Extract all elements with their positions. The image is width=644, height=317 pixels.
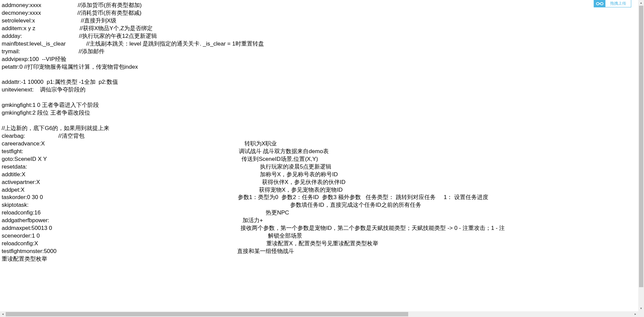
text-line [2, 117, 642, 125]
text-line [2, 71, 642, 78]
hscroll-track[interactable] [6, 311, 633, 317]
text-line: skiptotask: 参数填任务ID，直接完成这个任务ID之前的所有任 [2, 201, 642, 209]
text-line [2, 94, 642, 102]
text-line: additem:x y z //获得X物品Y个,Z为是否绑定 [2, 25, 642, 33]
text-line: //上边新的，底下G6的，如果用到就提上来 [2, 125, 642, 132]
upload-widget[interactable]: 拖拽上传 [594, 0, 631, 7]
text-line: unitevienext: 调仙宗争夺阶段的 [2, 86, 642, 94]
text-line: decmoney:xxxx //消耗货币(所有类型都减) [2, 9, 642, 17]
text-line: petattr:0 //打印宠物服务端属性计算，传宠物背包index [2, 63, 642, 71]
scroll-right-icon[interactable]: ▸ [633, 311, 638, 317]
text-line: addattr:-1 10000 p1:属性类型 -1全加 p2:数值 [2, 78, 642, 86]
text-line: reloadconfig:16 热更NPC [2, 209, 642, 217]
document-content: addmoney:xxxx //添加货币(所有类型都加)decmoney:xxx… [0, 0, 644, 309]
text-line: addmoney:xxxx //添加货币(所有类型都加) [2, 2, 642, 9]
horizontal-scrollbar[interactable]: ◂ ▸ [0, 311, 638, 317]
scroll-down-icon[interactable]: ▾ [638, 306, 644, 311]
text-line: addgatherfbpower: 加活力+ [2, 217, 642, 225]
text-line: gmkingfight:1 0 王者争霸进入下个阶段 [2, 102, 642, 109]
vscroll-track[interactable] [638, 6, 644, 306]
scroll-up-icon[interactable]: ▴ [638, 0, 644, 6]
text-line: goto:SceneID X Y 传送到SceneID场景,位置(X,Y) [2, 155, 642, 163]
text-line: careeradvance:X 转职为X职业 [2, 140, 642, 148]
text-line: addday: //执行玩家的午夜12点更新逻辑 [2, 33, 642, 40]
text-line: addpet:X 获得宠物X，参见宠物表的宠物ID [2, 186, 642, 194]
upload-icon [594, 0, 605, 7]
text-line: taskorder:0 30 0 参数1：类型为0 参数2：任务ID 参数3 额… [2, 194, 642, 201]
hscroll-thumb[interactable] [6, 312, 408, 316]
scroll-left-icon[interactable]: ◂ [0, 311, 6, 317]
vscroll-thumb[interactable] [639, 6, 643, 287]
text-line: 重读配置类型枚举 [2, 255, 642, 263]
scrollbar-corner [638, 311, 644, 317]
text-line: mainfbtest:level,_is_clear //主线副本跳关：leve… [2, 40, 642, 48]
text-line: trymail: //添加邮件 [2, 48, 642, 56]
text-line: testfightmonster:5000 直接和某一组怪物战斗 [2, 248, 642, 255]
text-line: testfight: 调试战斗 战斗双方数据来自demo表 [2, 148, 642, 155]
vertical-scrollbar[interactable]: ▴ ▾ [638, 0, 644, 311]
text-line: setrolelevel:x //直接升到X级 [2, 17, 642, 25]
text-line: activepartner:X 获得伙伴X，参见伙伴表的伙伴ID [2, 179, 642, 186]
text-line: sceneorder:1 0 解锁全部场景 [2, 232, 642, 240]
text-line: clearbag: //清空背包 [2, 132, 642, 140]
text-line: resetdata: 执行玩家的凌晨5点更新逻辑 [2, 163, 642, 171]
upload-label: 拖拽上传 [605, 0, 631, 7]
text-line: gmkingfight:2 段位 王者争霸改段位 [2, 109, 642, 117]
infinity-icon [596, 1, 603, 6]
text-line: reloadconfig:X 重读配置X，配置类型号见重读配置类型枚举 [2, 240, 642, 248]
text-line: addvipexp:100 --VIP经验 [2, 56, 642, 63]
text-line: addtitle:X 加称号X，参见称号表的称号ID [2, 171, 642, 179]
text-line: addmaxpet:50013 0 接收两个参数，第一个参数是宠物ID，第二个参… [2, 225, 642, 232]
